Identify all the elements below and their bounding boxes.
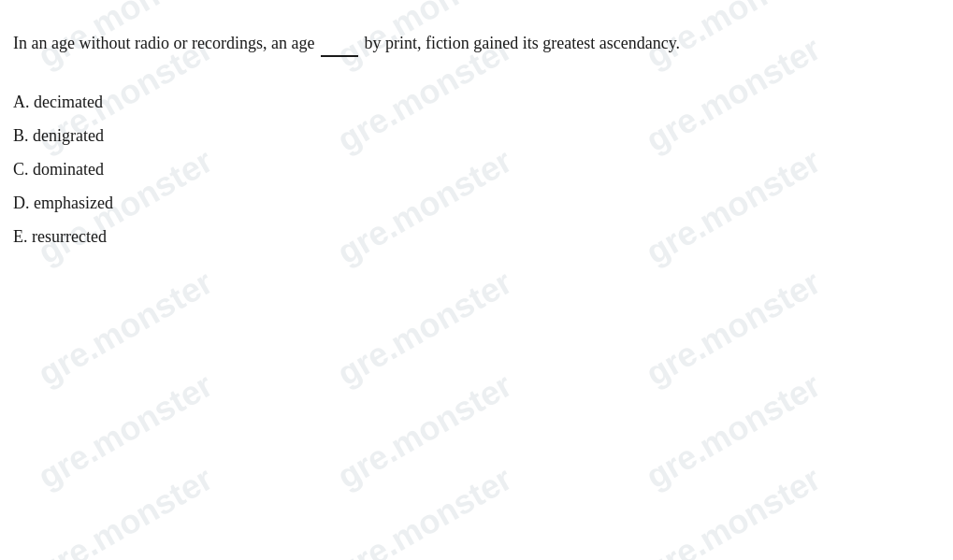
choice-d-label: D. [13,194,34,212]
choice-b[interactable]: B. denigrated [13,119,940,152]
choice-e-label: E. [13,227,32,246]
question-text-after-blank: by print, fiction gained its greatest as… [364,34,680,52]
watermark: gre.monster [639,459,827,560]
choice-d-text: emphasized [34,194,113,212]
watermark: gre.monster [330,459,518,560]
watermark: gre.monster [330,263,518,394]
choice-b-text: denigrated [33,126,104,145]
choice-a-text: decimated [34,93,103,111]
question-text: In an age without radio or recordings, a… [13,28,940,57]
watermark: gre.monster [31,366,219,496]
watermark: gre.monster [639,263,827,394]
choice-c[interactable]: C. dominated [13,152,940,186]
choice-c-text: dominated [33,160,104,179]
blank [321,28,358,57]
choice-e-text: resurrected [32,227,107,246]
main-content: In an age without radio or recordings, a… [0,0,953,253]
choice-b-label: B. [13,126,33,145]
watermark: gre.monster [31,263,219,394]
answer-choices: A. decimated B. denigrated C. dominated … [13,85,940,253]
choice-d[interactable]: D. emphasized [13,186,940,220]
choice-e[interactable]: E. resurrected [13,220,940,253]
choice-a[interactable]: A. decimated [13,85,940,119]
choice-a-label: A. [13,93,34,111]
question-text-before-blank: In an age without radio or recordings, a… [13,34,314,52]
watermark: gre.monster [330,366,518,496]
watermark: gre.monster [639,366,827,496]
watermark: gre.monster [31,459,219,560]
choice-c-label: C. [13,160,33,179]
